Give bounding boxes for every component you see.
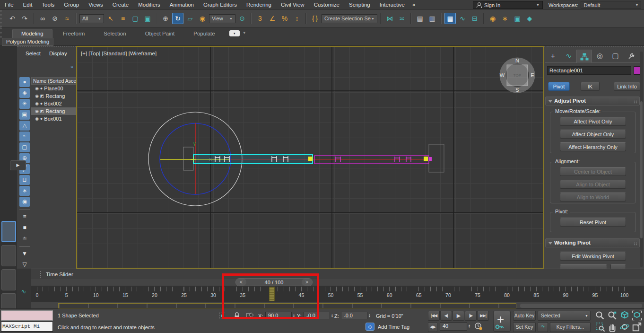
zoom-region-icon[interactable]: [595, 322, 606, 333]
toggle-layer-explorer-icon[interactable]: ▥: [426, 13, 438, 24]
mirror-icon[interactable]: ⋈: [384, 13, 395, 24]
zoom-all-icon[interactable]: [607, 310, 618, 322]
select-object-icon[interactable]: ↖: [105, 13, 116, 24]
viewport-layout-tab[interactable]: [1, 269, 16, 290]
unlink-selection-icon[interactable]: ⊘: [49, 13, 61, 24]
current-frame-field[interactable]: 40: [440, 322, 467, 331]
explorer-overflow-chevron[interactable]: »: [70, 64, 73, 70]
display-visibility-icon[interactable]: ◉: [19, 197, 30, 207]
menu-file[interactable]: File: [0, 2, 18, 8]
time-configuration-icon[interactable]: [474, 322, 483, 331]
spinner-icon[interactable]: ▲▼: [467, 322, 471, 330]
track-bar[interactable]: [58, 303, 516, 308]
list-item-box002[interactable]: ◉●Box002: [31, 100, 76, 107]
display-spacewarps-icon[interactable]: ≈: [19, 131, 30, 141]
drag-handle-icon[interactable]: [40, 271, 42, 278]
visibility-eye-icon[interactable]: ◉: [35, 101, 39, 106]
display-particles-icon[interactable]: ∗: [19, 186, 30, 196]
select-and-link-icon[interactable]: ∞: [37, 13, 48, 24]
compass-south[interactable]: S: [515, 87, 519, 93]
zoom-icon[interactable]: [595, 310, 606, 322]
undo-icon[interactable]: ↶: [7, 13, 18, 24]
compass-east[interactable]: E: [531, 72, 534, 78]
zoom-extents-all-icon[interactable]: [632, 310, 643, 322]
list-item-box001[interactable]: ◉●Box001: [31, 115, 76, 123]
menu-create[interactable]: Create: [108, 2, 134, 8]
sort-block-icon[interactable]: ■: [19, 223, 30, 233]
window-crossing-icon[interactable]: ▣: [142, 13, 153, 24]
viewport-top[interactable]: [+] [Top] [Standard] [Wireframe]: [76, 46, 544, 269]
z-coordinate-field[interactable]: -0.0: [341, 312, 367, 319]
display-helpers-icon[interactable]: △: [19, 121, 30, 131]
snaps-toggle-icon[interactable]: 3: [254, 13, 266, 24]
sort-detail-icon[interactable]: ≐: [19, 234, 30, 244]
maximize-viewport-icon[interactable]: [632, 322, 643, 333]
time-tag-icon[interactable]: ◇: [366, 323, 374, 331]
reference-coordinate-dropdown[interactable]: View▼: [209, 14, 235, 23]
display-lights-icon[interactable]: ☀: [19, 99, 30, 109]
play-button[interactable]: ▶: [453, 311, 464, 321]
object-name-field[interactable]: Rectangle001: [547, 66, 631, 75]
next-frame-button[interactable]: |▶: [465, 311, 477, 321]
menu-tools[interactable]: Tools: [37, 2, 59, 8]
filter-settings-icon[interactable]: ▼: [19, 249, 30, 259]
tab-hierarchy-icon[interactable]: [576, 50, 592, 63]
menu-group[interactable]: Group: [59, 2, 84, 8]
working-pivot-rollout-header[interactable]: Working Pivot ∷: [545, 238, 640, 247]
angle-snap-icon[interactable]: ∠: [267, 13, 278, 24]
set-key-button[interactable]: Set Key: [513, 322, 536, 332]
list-item-rectang[interactable]: ◉◩Rectang: [31, 107, 76, 115]
ribbon-tab-populate[interactable]: Populate: [185, 29, 223, 38]
edit-named-selections-icon[interactable]: { }: [309, 13, 321, 24]
compass-west[interactable]: W: [500, 72, 505, 78]
schematic-view-icon[interactable]: ⊟: [469, 13, 480, 24]
timeline-scrollbar[interactable]: [520, 304, 642, 308]
expand-panel-arrow-button[interactable]: ▶: [10, 160, 26, 170]
timeline-ruler[interactable]: 0510152025303540455055606570758085909510…: [31, 286, 644, 302]
visibility-eye-icon[interactable]: ◉: [35, 116, 39, 121]
ribbon-tab-object-paint[interactable]: Object Paint: [137, 29, 183, 38]
display-groups-icon[interactable]: ▢: [19, 142, 30, 152]
magenta-end-handle[interactable]: [429, 157, 432, 161]
redo-icon[interactable]: ↷: [19, 13, 30, 24]
select-and-scale-icon[interactable]: ▱: [184, 13, 196, 24]
align-to-world[interactable]: Align to World: [560, 193, 626, 202]
ribbon-overflow-arrow-icon[interactable]: ▼: [243, 31, 246, 35]
ik-tab-button[interactable]: IK: [581, 82, 600, 91]
affect-pivot-only[interactable]: Affect Pivot Only: [560, 117, 626, 126]
tab-display[interactable]: Display: [49, 51, 67, 56]
toggle-ribbon-icon[interactable]: ▦: [444, 13, 456, 24]
menu-interactive[interactable]: Interactive: [375, 2, 409, 8]
pivot-tab-button[interactable]: Pivot: [548, 82, 570, 91]
time-slider-readout[interactable]: < 40 / 100 >: [235, 278, 313, 286]
tab-motion-icon[interactable]: ◎: [592, 50, 608, 63]
zoom-extents-icon[interactable]: [619, 310, 631, 322]
key-selection-dropdown[interactable]: Selected▼: [538, 311, 591, 321]
tab-modify-icon[interactable]: ∿: [561, 50, 576, 63]
tab-utilities-icon[interactable]: [623, 50, 639, 63]
menu-customize[interactable]: Customize: [309, 2, 344, 8]
affect-hierarchy-only[interactable]: Affect Hierarchy Only: [560, 142, 626, 151]
list-item-plane00[interactable]: ◉●Plane00: [31, 85, 76, 92]
menu-rendering[interactable]: Rendering: [242, 2, 276, 8]
menu-modifiers[interactable]: Modifiers: [133, 2, 165, 8]
previous-frame-button[interactable]: <: [236, 279, 246, 286]
link-info-tab-button[interactable]: Link Info: [614, 82, 640, 91]
spinner-icon[interactable]: ▲▼: [292, 312, 296, 319]
reset-pivot-button[interactable]: Reset Pivot: [560, 218, 626, 227]
rectangular-selection-region-icon[interactable]: ▢: [130, 13, 141, 24]
menu-edit[interactable]: Edit: [18, 2, 37, 8]
affect-object-only[interactable]: Affect Object Only: [560, 130, 626, 139]
viewport-layout-tab[interactable]: [1, 245, 16, 266]
visibility-eye-icon[interactable]: ◉: [35, 86, 39, 91]
y-coordinate-field[interactable]: -0.0: [304, 312, 330, 319]
tab-select[interactable]: Select: [26, 51, 41, 56]
workspace-dropdown[interactable]: Default ▼: [581, 1, 641, 9]
toggle-scene-explorer-icon[interactable]: ▤: [414, 13, 426, 24]
display-shapes-icon[interactable]: ◈: [19, 88, 30, 98]
menu-animation[interactable]: Animation: [165, 2, 199, 8]
polygon-modeling-panel-label[interactable]: Polygon Modeling: [2, 38, 53, 46]
select-by-name-icon[interactable]: ≡: [117, 13, 129, 24]
center-to-object[interactable]: Center to Object: [560, 167, 626, 176]
selection-filter-dropdown[interactable]: All▼: [79, 14, 104, 23]
